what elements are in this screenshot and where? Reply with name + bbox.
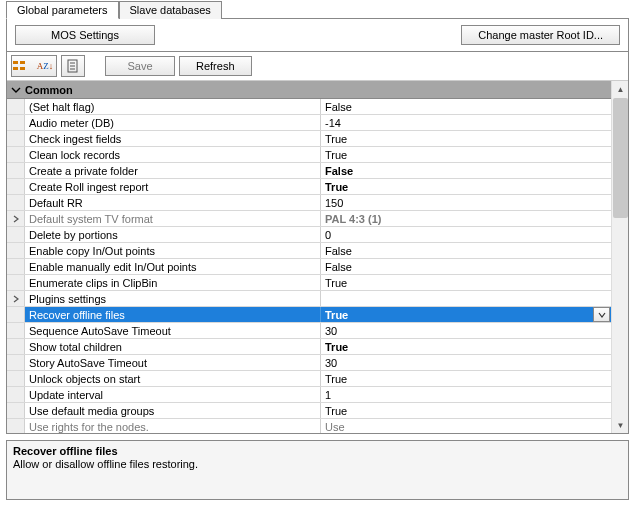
property-value[interactable] xyxy=(321,291,611,306)
row-gutter xyxy=(7,147,25,162)
property-label: Default system TV format xyxy=(25,211,321,226)
property-value[interactable]: True xyxy=(321,403,611,418)
svg-rect-2 xyxy=(13,67,18,70)
chevron-down-icon xyxy=(11,85,25,95)
property-row[interactable]: Default RR150 xyxy=(7,195,611,211)
refresh-button[interactable]: Refresh xyxy=(179,56,252,76)
property-label: Unlock objects on start xyxy=(25,371,321,386)
row-gutter xyxy=(7,243,25,258)
row-gutter xyxy=(7,419,25,433)
grid-rows: Common (Set halt flag)FalseAudio meter (… xyxy=(7,81,611,433)
category-header-common[interactable]: Common xyxy=(7,81,611,99)
property-label: (Set halt flag) xyxy=(25,99,321,114)
row-gutter xyxy=(7,371,25,386)
category-label: Common xyxy=(25,84,73,96)
property-row[interactable]: Default system TV formatPAL 4:3 (1) xyxy=(7,211,611,227)
property-label: Update interval xyxy=(25,387,321,402)
tab-slave-databases[interactable]: Slave databases xyxy=(119,1,222,19)
property-label: Recover offline files xyxy=(25,307,321,322)
svg-rect-1 xyxy=(20,61,25,64)
property-value[interactable]: True xyxy=(321,147,611,162)
save-button[interactable]: Save xyxy=(105,56,175,76)
property-label: Use rights for the nodes. xyxy=(25,419,321,433)
row-gutter xyxy=(7,131,25,146)
property-pages-icon[interactable] xyxy=(61,55,85,77)
property-value[interactable]: True xyxy=(321,307,593,322)
description-title: Recover offline files xyxy=(13,445,622,457)
change-master-root-button[interactable]: Change master Root ID... xyxy=(461,25,620,45)
grid-body: Common (Set halt flag)FalseAudio meter (… xyxy=(7,81,628,433)
property-value[interactable]: 150 xyxy=(321,195,611,210)
row-gutter xyxy=(7,195,25,210)
row-gutter xyxy=(7,291,25,306)
property-value[interactable]: False xyxy=(321,259,611,274)
property-value[interactable]: True xyxy=(321,371,611,386)
row-gutter xyxy=(7,307,25,322)
property-value[interactable]: -14 xyxy=(321,115,611,130)
mos-settings-button[interactable]: MOS Settings xyxy=(15,25,155,45)
tab-strip: Global parameters Slave databases xyxy=(0,0,635,18)
property-row[interactable]: Create a private folderFalse xyxy=(7,163,611,179)
description-text: Allow or disallow offline files restorin… xyxy=(13,458,622,470)
row-gutter xyxy=(7,115,25,130)
row-gutter xyxy=(7,163,25,178)
property-row[interactable]: Check ingest fieldsTrue xyxy=(7,131,611,147)
property-row[interactable]: Enable copy In/Out pointsFalse xyxy=(7,243,611,259)
property-label: Plugins settings xyxy=(25,291,321,306)
property-row[interactable]: Unlock objects on startTrue xyxy=(7,371,611,387)
property-label: Delete by portions xyxy=(25,227,321,242)
scroll-up-arrow-icon[interactable]: ▲ xyxy=(613,81,628,97)
property-label: Enable copy In/Out points xyxy=(25,243,321,258)
property-value[interactable]: PAL 4:3 (1) xyxy=(321,211,611,226)
property-row[interactable]: Enumerate clips in ClipBinTrue xyxy=(7,275,611,291)
scroll-thumb[interactable] xyxy=(613,98,628,218)
property-value[interactable]: False xyxy=(321,243,611,258)
categorized-sort-toggle[interactable]: AZ↓ xyxy=(11,55,57,77)
property-value[interactable]: True xyxy=(321,131,611,146)
tab-global-parameters[interactable]: Global parameters xyxy=(6,1,119,19)
grid-toolbar: AZ↓ Save Refresh xyxy=(7,52,628,81)
property-value[interactable]: Use xyxy=(321,419,611,433)
property-label: Check ingest fields xyxy=(25,131,321,146)
property-value[interactable]: True xyxy=(321,339,611,354)
property-row[interactable]: Use default media groupsTrue xyxy=(7,403,611,419)
property-row[interactable]: Update interval1 xyxy=(7,387,611,403)
property-value[interactable]: 1 xyxy=(321,387,611,402)
property-label: Show total children xyxy=(25,339,321,354)
property-value[interactable]: True xyxy=(321,179,611,194)
vertical-scrollbar[interactable]: ▲ ▼ xyxy=(611,81,628,433)
row-gutter xyxy=(7,403,25,418)
property-row[interactable]: (Set halt flag)False xyxy=(7,99,611,115)
property-label: Default RR xyxy=(25,195,321,210)
property-row[interactable]: Enable manually edit In/Out pointsFalse xyxy=(7,259,611,275)
property-row[interactable]: Delete by portions0 xyxy=(7,227,611,243)
row-gutter xyxy=(7,227,25,242)
property-value[interactable]: 0 xyxy=(321,227,611,242)
property-row[interactable]: Use rights for the nodes.Use xyxy=(7,419,611,433)
property-row[interactable]: Recover offline filesTrue xyxy=(7,307,611,323)
dropdown-arrow-icon[interactable] xyxy=(593,307,610,322)
chevron-right-icon xyxy=(12,295,20,303)
property-row[interactable]: Sequence AutoSave Timeout30 xyxy=(7,323,611,339)
property-row[interactable]: Clean lock recordsTrue xyxy=(7,147,611,163)
property-label: Use default media groups xyxy=(25,403,321,418)
property-row[interactable]: Show total childrenTrue xyxy=(7,339,611,355)
property-label: Sequence AutoSave Timeout xyxy=(25,323,321,338)
property-value[interactable]: 30 xyxy=(321,323,611,338)
property-grid: AZ↓ Save Refresh Common (Set halt flag)F… xyxy=(6,51,629,434)
property-row[interactable]: Plugins settings xyxy=(7,291,611,307)
property-value[interactable]: 30 xyxy=(321,355,611,370)
chevron-right-icon xyxy=(12,215,20,223)
row-gutter xyxy=(7,339,25,354)
svg-rect-3 xyxy=(20,67,25,70)
property-row[interactable]: Story AutoSave Timeout30 xyxy=(7,355,611,371)
row-gutter xyxy=(7,259,25,274)
scroll-down-arrow-icon[interactable]: ▼ xyxy=(613,417,628,433)
row-gutter xyxy=(7,99,25,114)
property-row[interactable]: Create Roll ingest reportTrue xyxy=(7,179,611,195)
row-gutter xyxy=(7,323,25,338)
property-value[interactable]: False xyxy=(321,163,611,178)
property-value[interactable]: True xyxy=(321,275,611,290)
property-value[interactable]: False xyxy=(321,99,611,114)
property-row[interactable]: Audio meter (DB)-14 xyxy=(7,115,611,131)
